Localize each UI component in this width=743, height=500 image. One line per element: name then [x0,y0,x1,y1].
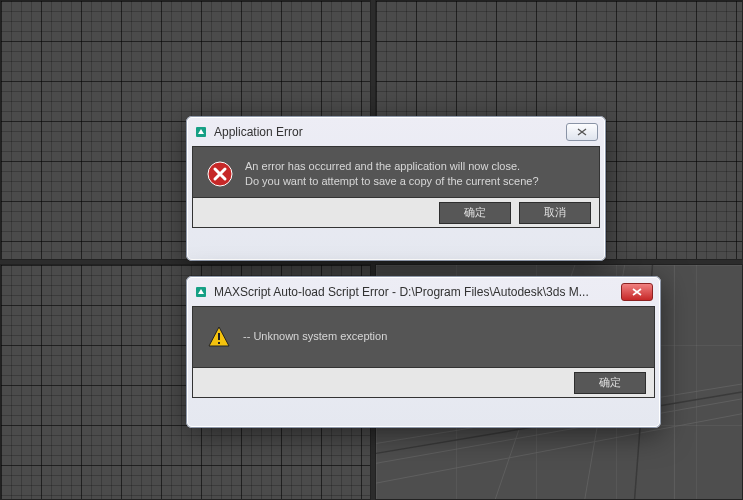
svg-rect-12 [218,342,220,344]
application-error-dialog: Application Error An error has occurred … [186,116,606,261]
app-icon [194,285,208,299]
application-error-message: An error has occurred and the applicatio… [245,159,539,190]
ok-button[interactable]: 确定 [574,372,646,394]
app-icon [194,125,208,139]
maxscript-error-footer: 确定 [193,367,654,397]
close-button[interactable] [621,283,653,301]
maxscript-error-body: -- Unknown system exception 确定 [192,306,655,398]
error-icon [207,161,233,187]
application-error-title: Application Error [214,125,560,139]
application-error-footer: 确定 取消 [193,197,599,227]
cancel-button[interactable]: 取消 [519,202,591,224]
maxscript-error-dialog: MAXScript Auto-load Script Error - D:\Pr… [186,276,661,428]
application-error-body: An error has occurred and the applicatio… [192,146,600,228]
maxscript-error-message: -- Unknown system exception [243,329,387,344]
application-error-titlebar[interactable]: Application Error [192,122,600,146]
close-button[interactable] [566,123,598,141]
maxscript-error-title: MAXScript Auto-load Script Error - D:\Pr… [214,285,615,299]
ok-button[interactable]: 确定 [439,202,511,224]
warning-icon [207,325,231,349]
maxscript-error-titlebar[interactable]: MAXScript Auto-load Script Error - D:\Pr… [192,282,655,306]
svg-rect-11 [218,333,220,340]
